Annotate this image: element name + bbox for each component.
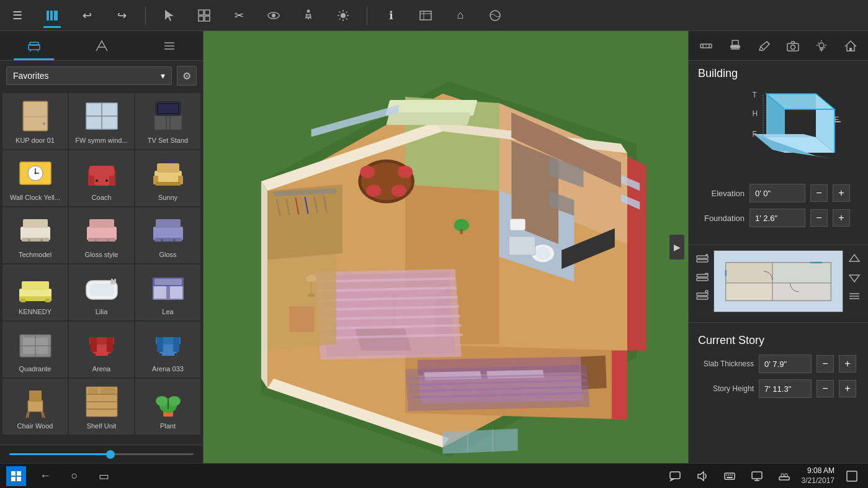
svg-point-58 [105,179,108,182]
building-3d-preview: T H F E [698,88,859,174]
eye-icon[interactable] [262,4,285,27]
item-thumb-kup-door [13,97,58,135]
group-icon[interactable] [193,4,215,27]
measure-tool-icon[interactable] [695,35,717,57]
view-list-icon[interactable] [848,290,861,305]
zoom-slider[interactable] [9,453,194,455]
svg-rect-39 [102,104,117,115]
svg-rect-248 [697,274,708,277]
select-icon[interactable] [158,4,181,27]
slab-thickness-input[interactable] [759,355,812,373]
center-canvas[interactable]: ▶ [204,31,688,463]
slab-thickness-plus-button[interactable]: + [839,355,856,373]
globe-icon[interactable] [484,4,506,27]
list-item[interactable]: Techmodel [2,207,68,263]
taskbar-right: 9:08 AM 3/21/2017 [665,466,862,486]
camera-tool-icon[interactable] [782,35,804,57]
list-item[interactable]: Arena [69,322,134,377]
back-button[interactable]: ← [35,466,55,486]
collapse-panel-button[interactable]: ▶ [669,235,684,260]
start-button[interactable] [6,466,26,486]
home-button[interactable]: ○ [65,466,84,486]
design-tab[interactable] [68,31,135,60]
list-item[interactable]: Arena 033 [135,322,200,377]
stamp-tool-icon[interactable] [724,35,746,57]
scissors-icon[interactable]: ✂ [228,4,250,27]
light-tool-icon[interactable] [810,35,833,57]
list-item[interactable]: KUP door 01 [2,93,68,149]
svg-line-16 [346,18,347,19]
screen-icon[interactable] [747,466,767,486]
story-settings-icon[interactable] [696,290,709,305]
items-grid: KUP door 01 FW symm wind... [0,91,203,445]
foundation-input[interactable] [749,209,805,227]
list-item[interactable]: Gloss [135,207,200,263]
house2-icon[interactable]: ⌂ [449,4,472,27]
list-item[interactable]: Chair Wood [2,379,68,435]
elevation-plus-button[interactable]: + [833,184,850,202]
svg-point-9 [307,9,310,12]
chat-icon[interactable] [665,466,685,486]
story-height-input[interactable] [759,379,812,398]
svg-point-148 [391,184,406,197]
svg-rect-204 [509,237,535,255]
list-item[interactable]: Quadrante [2,322,68,377]
volume-icon[interactable] [692,466,712,486]
list-item[interactable]: TV Set Stand [135,93,200,149]
story-height-plus-button[interactable]: + [839,380,856,397]
settings-button[interactable]: ⚙ [177,66,197,86]
keyboard-icon[interactable] [720,466,740,486]
list-item[interactable]: Lea [135,264,200,320]
notification-icon[interactable] [774,466,794,486]
item-thumb-fw-symm [79,97,124,135]
list-item[interactable]: Plant [135,379,200,435]
svg-rect-83 [45,299,50,302]
story-add-icon[interactable] [696,253,709,268]
list-item[interactable]: Coach [69,150,134,206]
svg-rect-5 [199,16,204,21]
pencil-tool-icon[interactable] [753,35,775,57]
furniture-tab[interactable] [0,31,68,60]
elevation-input[interactable] [749,184,805,202]
svg-rect-92 [154,286,166,299]
elevation-label: Elevation [698,189,745,198]
list-item[interactable]: FW symm wind... [69,93,134,149]
story-height-row: Story Height − + [698,379,859,398]
undo-icon[interactable]: ↩ [76,4,98,27]
layout-export-icon[interactable] [414,4,437,27]
divider-2 [689,322,868,323]
info-icon[interactable]: ℹ [380,4,402,27]
list-item[interactable]: Wall Clock Yell... [2,150,68,206]
home-tool-icon[interactable] [839,35,862,57]
svg-point-103 [108,353,110,356]
current-story-title: Current Story [698,334,859,347]
foundation-minus-button[interactable]: − [810,209,828,227]
walk-icon[interactable] [297,4,320,27]
view-up-icon[interactable] [848,253,861,268]
svg-point-78 [173,239,176,242]
foundation-plus-button[interactable]: + [833,209,850,227]
slab-thickness-minus-button[interactable]: − [817,355,834,373]
list-item[interactable]: Gloss style [69,207,134,263]
svg-rect-267 [11,471,16,476]
list-item[interactable]: KENNEDY [2,264,68,320]
multitask-button[interactable]: ▭ [94,466,114,486]
desktop-icon[interactable] [842,466,862,486]
story-height-minus-button[interactable]: − [817,380,834,397]
favorites-dropdown[interactable]: Favorites ▾ [6,66,172,85]
list-tab[interactable] [135,31,203,60]
menu-icon[interactable]: ☰ [6,4,29,27]
story-remove-icon[interactable] [696,271,709,286]
item-label: Lea [162,308,173,316]
list-item[interactable]: Lilia [69,264,134,320]
list-item[interactable]: Sunny [135,150,200,206]
list-item[interactable]: Shelf Unit [69,379,134,435]
sun-icon[interactable] [332,4,354,27]
floor-thumbnail[interactable] [714,250,843,312]
library-icon[interactable] [41,4,63,27]
view-down-icon[interactable] [848,271,861,286]
redo-icon[interactable]: ↪ [110,4,133,27]
elevation-minus-button[interactable]: − [810,184,828,202]
time-display: 9:08 AM [807,466,834,476]
item-thumb-lea [146,269,190,306]
